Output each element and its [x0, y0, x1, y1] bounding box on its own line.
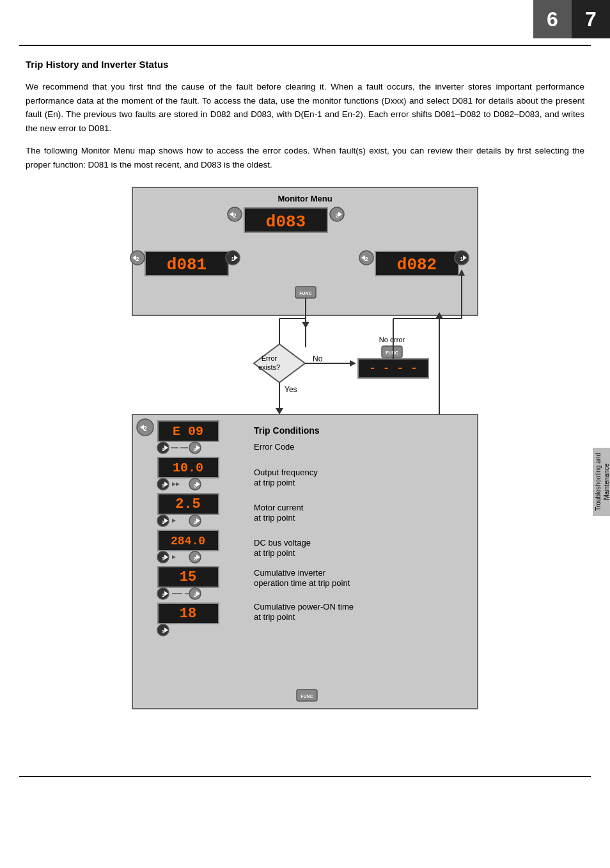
svg-text:2: 2 — [143, 425, 147, 432]
svg-text:Cumulative inverter: Cumulative inverter — [254, 568, 326, 578]
svg-text:1: 1 — [460, 256, 463, 262]
svg-text:FUNC: FUNC — [299, 291, 311, 296]
svg-text:18: 18 — [180, 606, 196, 622]
svg-text:1: 1 — [231, 256, 234, 262]
svg-text:Motor current: Motor current — [254, 503, 304, 512]
svg-text:Trip Conditions: Trip Conditions — [254, 425, 320, 436]
bottom-rule — [19, 776, 591, 777]
para2: The following Monitor Menu map shows how… — [26, 144, 584, 171]
svg-text:Output frequency: Output frequency — [254, 468, 318, 477]
svg-text:exists?: exists? — [258, 363, 280, 371]
sidebar: Troubleshooting andMaintenance — [593, 448, 610, 516]
page-num-6: 6 — [533, 0, 572, 38]
page-corner: 6 7 — [533, 0, 610, 38]
section-title: Trip History and Inverter Status — [26, 59, 584, 70]
svg-text:E 09: E 09 — [173, 424, 203, 439]
svg-marker-50 — [276, 408, 283, 414]
main-content: Trip History and Inverter Status We reco… — [0, 46, 610, 757]
svg-text:Cumulative power-ON time: Cumulative power-ON time — [254, 602, 354, 612]
svg-text:Error Code: Error Code — [254, 442, 295, 452]
svg-text:FUNC: FUNC — [301, 694, 313, 698]
page-num-7: 7 — [572, 0, 610, 38]
svg-text:15: 15 — [180, 569, 196, 585]
svg-text:- - - -: - - - - — [369, 362, 418, 375]
svg-text:2: 2 — [364, 256, 368, 262]
svg-text:d081: d081 — [167, 255, 207, 274]
svg-text:d082: d082 — [397, 255, 437, 274]
svg-text:Yes: Yes — [285, 385, 297, 394]
svg-text:at trip point: at trip point — [254, 612, 295, 622]
svg-text:2.5: 2.5 — [175, 496, 201, 512]
svg-text:No: No — [313, 354, 323, 363]
para1: We recommend that you first find the cau… — [26, 80, 584, 135]
svg-text:Monitor Menu: Monitor Menu — [278, 194, 332, 203]
svg-text:DC bus voltage: DC bus voltage — [254, 538, 311, 548]
svg-text:FUNC: FUNC — [386, 351, 398, 355]
svg-text:2: 2 — [136, 256, 139, 262]
svg-text:operation time at trip point: operation time at trip point — [254, 578, 350, 588]
svg-text:at trip point: at trip point — [254, 548, 295, 558]
svg-text:Error: Error — [262, 354, 278, 362]
sidebar-text: Troubleshooting andMaintenance — [594, 453, 611, 511]
svg-text:284.0: 284.0 — [171, 535, 205, 548]
svg-text:No error: No error — [379, 336, 405, 343]
svg-text:2: 2 — [233, 212, 236, 219]
svg-text:at trip point: at trip point — [254, 478, 295, 487]
svg-text:2: 2 — [335, 212, 338, 219]
diagram-svg: Monitor Menu d083 2 2 d081 2 1 d082 2 1 — [126, 181, 484, 731]
svg-marker-38 — [350, 360, 356, 367]
svg-text:at trip point: at trip point — [254, 513, 295, 523]
svg-text:10.0: 10.0 — [173, 461, 203, 475]
svg-text:d083: d083 — [266, 212, 306, 232]
